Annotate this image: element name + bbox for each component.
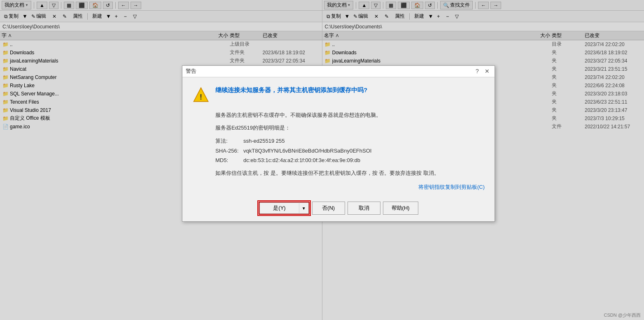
yes-main-button[interactable]: 是(Y) (259, 202, 299, 214)
dialog-footer: 是(Y) ▼ 否(N) 取消 帮助(H) (182, 197, 495, 221)
dialog-header-row: ! 继续连接未知服务器，并将其主机密钥添加到缓存中吗? (192, 86, 485, 104)
dialog-text3: 如果你信任该主机，按 是。要继续连接但不把主机密钥加入缓存，按 否。要放弃连接按… (215, 169, 485, 178)
sha-value: vqkT8Q3vflYN/L6vBNriE8eBdO/HdbRSaBny0EFh… (243, 146, 371, 155)
key-row-sha: SHA-256: vqkT8Q3vflYN/L6vBNriE8eBdO/HdbR… (215, 146, 485, 155)
warning-dialog: 警告 ? ✕ ! 继续连接未知服务器，并将其主机密钥添加到缓存中吗? 服务 (182, 65, 495, 222)
key-row-algo: 算法: ssh-ed25519 255 (215, 136, 485, 146)
help-button[interactable]: 帮助(H) (383, 202, 418, 215)
md5-value: dc:eb:53:1c:d2:4a:a2:d:1f:00:0f:3e:4f:ea… (243, 155, 360, 165)
dialog-controls: ? ✕ (473, 67, 491, 75)
dialog-help-btn[interactable]: ? (473, 67, 481, 75)
dialog-close-btn[interactable]: ✕ (483, 67, 491, 75)
dialog-titlebar: 警告 ? ✕ (182, 66, 495, 77)
algo-label: 算法: (215, 136, 240, 146)
key-details: 算法: ssh-ed25519 255 SHA-256: vqkT8Q3vflY… (215, 136, 485, 165)
yes-dropdown-button[interactable]: ▼ (299, 202, 309, 214)
key-row-md5: MD5: dc:eb:53:1c:d2:4a:a2:d:1f:00:0f:3e:… (215, 155, 485, 165)
dialog-body: ! 继续连接未知服务器，并将其主机密钥添加到缓存中吗? 服务器的主机密钥不在缓存… (182, 77, 495, 198)
dialog-overlay: 警告 ? ✕ ! 继续连接未知服务器，并将其主机密钥添加到缓存中吗? 服务 (0, 0, 644, 320)
copy-fingerprint-link[interactable]: 将密钥指纹复制到剪贴板(C) (418, 184, 485, 190)
cancel-button[interactable]: 取消 (348, 202, 380, 215)
md5-label: MD5: (215, 155, 240, 165)
yes-button-group: 是(Y) ▼ (259, 202, 309, 215)
algo-value: ssh-ed25519 255 (243, 136, 285, 146)
warning-icon: ! (192, 86, 210, 104)
svg-text:!: ! (200, 92, 202, 101)
dialog-text2: 服务器Ed25519的密钥明细是： (215, 124, 485, 132)
dialog-title: 警告 (186, 67, 196, 75)
no-button[interactable]: 否(N) (312, 202, 345, 215)
dialog-main-title: 继续连接未知服务器，并将其主机密钥添加到缓存中吗? (215, 86, 367, 94)
dialog-text1: 服务器的主机密钥不在缓存中。不能确保该服务器就是你想连的电脑。 (215, 111, 485, 120)
sha-label: SHA-256: (215, 146, 240, 155)
